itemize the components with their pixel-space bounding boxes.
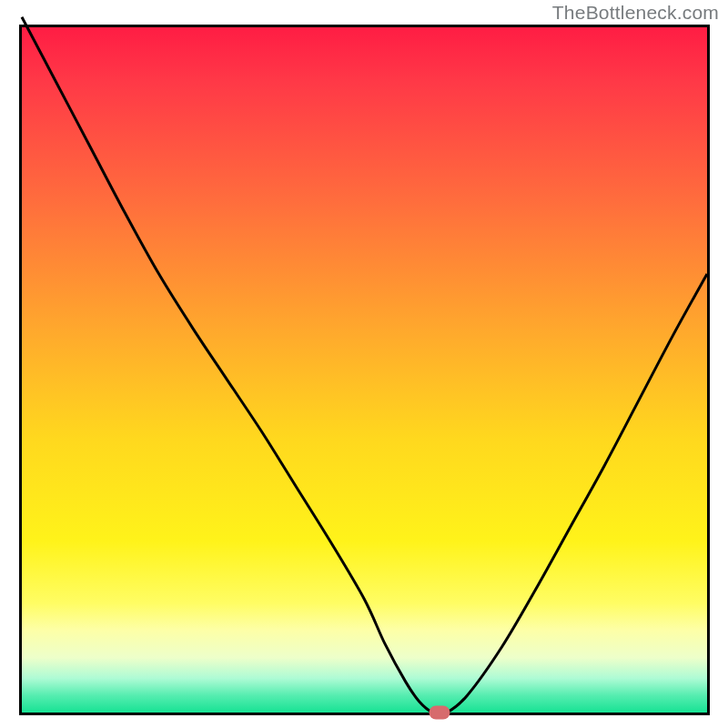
watermark-text: TheBottleneck.com: [552, 2, 719, 24]
chart-container: TheBottleneck.com: [0, 0, 728, 728]
optimal-marker: [430, 706, 450, 720]
plot-area: [19, 25, 710, 715]
bottleneck-curve: [22, 27, 707, 713]
